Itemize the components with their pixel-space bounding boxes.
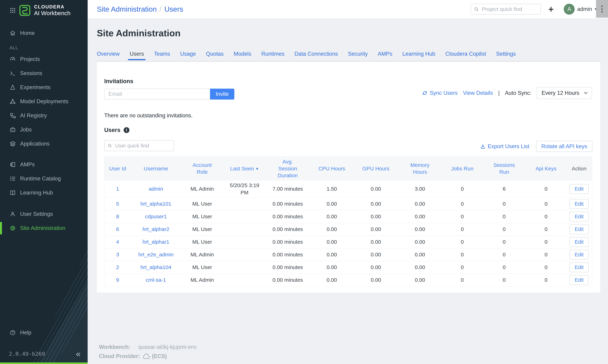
user-id-link[interactable]: 2: [116, 264, 119, 270]
gear-icon: [9, 225, 16, 231]
cell-sessions-run: 0: [483, 223, 526, 236]
tab-settings[interactable]: Settings: [496, 51, 516, 60]
user-id-link[interactable]: 6: [116, 226, 119, 232]
sidebar-item-ai-registry[interactable]: AI Registry: [0, 108, 88, 123]
user-menu[interactable]: admin ▼: [577, 0, 597, 18]
col-jobs-run[interactable]: Jobs Run: [442, 157, 483, 181]
sidebar-item-user-settings[interactable]: User Settings: [0, 207, 88, 221]
tab-runtimes[interactable]: Runtimes: [261, 51, 284, 60]
export-users-link[interactable]: Export Users List: [480, 143, 529, 150]
app-switcher-icon[interactable]: [10, 8, 15, 13]
tab-data-connections[interactable]: Data Connections: [295, 51, 338, 60]
edit-button[interactable]: Edit: [569, 275, 589, 285]
tab-overview[interactable]: Overview: [97, 51, 120, 60]
cell-account-role: ML User: [181, 223, 223, 236]
sidebar-item-runtime-catalog[interactable]: Runtime Catalog: [0, 172, 88, 186]
username-link[interactable]: hrt_alpha104: [140, 264, 171, 270]
cell-avg-session-duration: 0.00 minutes: [266, 198, 310, 210]
sidebar-item-label: Learning Hub: [20, 190, 53, 196]
col-gpu-hours[interactable]: GPU Hours: [354, 157, 398, 181]
cell-sessions-run: 0: [483, 198, 526, 210]
cloudera-logo-icon: [19, 5, 30, 16]
sidebar-item-projects[interactable]: Projects: [0, 52, 88, 66]
user-quick-find-input[interactable]: [115, 143, 171, 149]
cell-avg-session-duration: 0.00 minutes: [266, 210, 310, 223]
brand-text: CLOUDERA AI Workbench: [34, 4, 70, 17]
col-sessions-run[interactable]: Sessions Run: [483, 157, 526, 181]
cell-sessions-run: 0: [483, 274, 526, 286]
col-api-keys[interactable]: Api Keys: [526, 157, 566, 181]
cell-user-id: 6: [104, 223, 131, 236]
tab-amps[interactable]: AMPs: [378, 51, 392, 60]
overflow-menu[interactable]: ⋮: [596, 0, 608, 18]
sort-desc-icon: ▼: [255, 167, 259, 171]
sidebar-item-learning-hub[interactable]: Learning Hub: [0, 186, 88, 200]
edit-button[interactable]: Edit: [569, 250, 589, 260]
edit-button[interactable]: Edit: [569, 212, 589, 221]
user-id-link[interactable]: 8: [116, 214, 119, 219]
sidebar-item-model-deployments[interactable]: Model Deployments: [0, 94, 88, 108]
rotate-api-keys-button[interactable]: Rotate all API keys: [536, 141, 593, 152]
col-avg-session-duration[interactable]: Avg. Session Duration: [266, 157, 310, 181]
tab-usage[interactable]: Usage: [180, 51, 196, 60]
user-id-link[interactable]: 1: [116, 186, 119, 192]
project-quick-find-input[interactable]: [482, 6, 538, 12]
user-id-link[interactable]: 4: [116, 239, 119, 245]
sidebar-item-experiments[interactable]: Experiments: [0, 80, 88, 94]
breadcrumb-users[interactable]: Users: [164, 5, 183, 13]
table-row: 3 hrt_e2e_admin ML Admin 0.00 minutes 0.…: [104, 248, 592, 261]
sidebar-item-applications[interactable]: Applications: [0, 137, 88, 151]
sidebar-item-amps[interactable]: AMPs: [0, 157, 88, 172]
tab-cloudera-copilot[interactable]: Cloudera Copilot: [445, 51, 486, 60]
user-id-link[interactable]: 9: [116, 277, 119, 283]
cell-avg-session-duration: 0.00 minutes: [266, 223, 310, 236]
col-cpu-hours[interactable]: CPU Hours: [310, 157, 354, 181]
col-account-role[interactable]: Account Role: [181, 157, 223, 181]
col-memory-hours[interactable]: Memory Hours: [398, 157, 442, 181]
sidebar-item-help[interactable]: Help: [0, 325, 88, 340]
collapse-sidebar-icon[interactable]: «: [76, 350, 81, 358]
username-link[interactable]: cdpuser1: [145, 214, 167, 219]
cell-jobs-run: 0: [442, 198, 483, 210]
sidebar-item-home[interactable]: Home: [0, 26, 88, 40]
col-username[interactable]: Username: [131, 157, 181, 181]
auto-sync-select[interactable]: Every 12 Hours: [537, 87, 592, 99]
username-link[interactable]: cml-sa-1: [146, 277, 166, 283]
username-link[interactable]: admin: [149, 186, 163, 192]
sidebar-footer: 2.0.49-b269 «: [9, 350, 81, 358]
sidebar-item-sessions[interactable]: Sessions: [0, 66, 88, 80]
edit-button[interactable]: Edit: [569, 237, 589, 247]
user-id-link[interactable]: 3: [116, 252, 119, 257]
breadcrumb-site-administration[interactable]: Site Administration: [97, 5, 157, 13]
info-icon[interactable]: i: [124, 127, 129, 133]
email-field[interactable]: [104, 89, 210, 100]
tab-models[interactable]: Models: [234, 51, 251, 60]
cell-cpu-hours: 0.00: [310, 261, 354, 274]
sidebar-item-site-administration[interactable]: Site Administration: [0, 221, 88, 235]
col-last-seen[interactable]: Last Seen▼: [223, 157, 266, 181]
avatar[interactable]: A: [564, 4, 575, 15]
cell-user-id: 8: [104, 210, 131, 223]
col-user-id[interactable]: User Id: [104, 157, 131, 181]
edit-button[interactable]: Edit: [569, 184, 589, 194]
username-link[interactable]: hrt_alphar1: [142, 239, 169, 245]
sidebar-item-jobs[interactable]: Jobs: [0, 123, 88, 137]
edit-button[interactable]: Edit: [569, 224, 589, 234]
cell-jobs-run: 0: [442, 181, 483, 198]
view-details-link[interactable]: View Details: [463, 90, 493, 96]
tab-security[interactable]: Security: [348, 51, 368, 60]
tab-users[interactable]: Users: [130, 51, 144, 60]
invite-button[interactable]: Invite: [210, 89, 234, 100]
username-link[interactable]: hrt_e2e_admin: [138, 252, 174, 257]
tab-learning-hub[interactable]: Learning Hub: [402, 51, 435, 60]
tab-quotas[interactable]: Quotas: [206, 51, 224, 60]
workbench-label: Workbench:: [99, 344, 131, 350]
create-new-button[interactable]: +: [546, 0, 556, 18]
username-link[interactable]: hrt_alpha101: [140, 201, 171, 207]
username-link[interactable]: hrt_alphar2: [142, 226, 169, 232]
sync-users-link[interactable]: Sync Users: [422, 90, 458, 96]
tab-teams[interactable]: Teams: [154, 51, 170, 60]
edit-button[interactable]: Edit: [569, 199, 589, 209]
user-id-link[interactable]: 5: [116, 201, 119, 207]
edit-button[interactable]: Edit: [569, 262, 589, 272]
